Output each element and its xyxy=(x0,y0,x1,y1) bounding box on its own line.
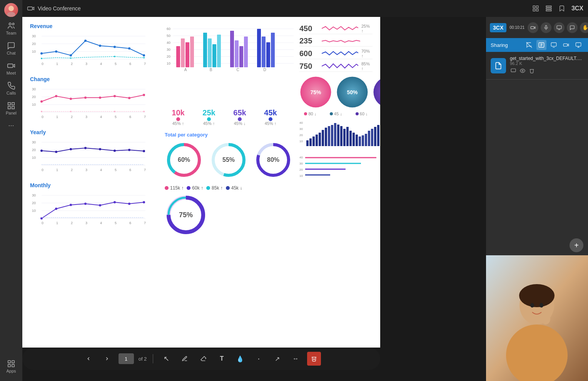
pct-450: 25% ↑ xyxy=(361,24,373,33)
team-icon xyxy=(7,22,15,30)
panel-label: Panel xyxy=(6,111,17,115)
page-input[interactable] xyxy=(119,353,134,364)
monthly-stat-115k: 115k ↑ xyxy=(165,185,184,191)
svg-point-3 xyxy=(12,23,14,25)
text-tool-button[interactable]: T xyxy=(215,352,229,366)
hand-button[interactable]: ✋ xyxy=(580,22,588,33)
sidebar-item-apps[interactable]: Apps xyxy=(0,356,22,376)
svg-text:30: 30 xyxy=(32,140,36,144)
doc-share-button[interactable] xyxy=(536,40,546,50)
svg-point-97 xyxy=(143,150,145,152)
yearly-title: Yearly xyxy=(30,129,161,135)
file-delete-action[interactable] xyxy=(528,67,535,75)
revenue-section: Revenue 30 20 10 0 1 2 xyxy=(30,23,161,68)
big-circle-50-label: 50% xyxy=(347,89,357,95)
brand-3cx: 3CX xyxy=(571,5,583,12)
horizontal-lines: 40 30 20 10 xyxy=(299,154,380,177)
select-tool-button[interactable]: ↖ xyxy=(159,352,173,366)
whiteboard-button[interactable] xyxy=(573,40,583,50)
file-view-action[interactable] xyxy=(519,67,526,75)
prev-page-button[interactable] xyxy=(82,352,95,366)
svg-point-115 xyxy=(70,204,72,206)
svg-point-0 xyxy=(8,6,14,11)
svg-point-69 xyxy=(128,97,130,99)
svg-rect-135 xyxy=(185,42,189,67)
svg-rect-184 xyxy=(349,131,352,146)
sidebar-item-team[interactable]: Team xyxy=(0,18,22,38)
sidebar-item-panel[interactable]: Panel xyxy=(0,98,22,118)
avatar[interactable] xyxy=(4,3,18,17)
document-view: Revenue 30 20 10 0 1 2 xyxy=(22,17,380,348)
wave-750 xyxy=(322,62,358,70)
meet-icon xyxy=(7,62,15,70)
svg-rect-14 xyxy=(533,6,535,8)
camera-button[interactable] xyxy=(528,22,538,33)
change-section: Change 30 20 10 0 1 2 3 4 5 xyxy=(30,76,161,121)
panel-header: 3CX 00:10:21 ✋ xyxy=(486,17,588,38)
revenue-title: Revenue xyxy=(30,23,161,29)
eraser-tool-button[interactable] xyxy=(196,352,210,366)
next-page-button[interactable] xyxy=(100,352,114,366)
sharing-label: Sharing xyxy=(491,42,508,48)
svg-text:30: 30 xyxy=(167,48,170,52)
sidebar-item-meet[interactable]: Meet xyxy=(0,58,22,78)
svg-text:7: 7 xyxy=(144,62,146,66)
svg-text:10: 10 xyxy=(32,156,36,160)
svg-rect-179 xyxy=(334,123,336,146)
pen-tool-button[interactable] xyxy=(178,352,192,366)
file-share-action[interactable] xyxy=(510,67,517,75)
screenshare-button[interactable] xyxy=(554,22,565,33)
svg-point-47 xyxy=(143,57,145,58)
svg-rect-178 xyxy=(331,125,333,146)
svg-point-74 xyxy=(143,111,145,112)
delete-tool-button[interactable] xyxy=(307,352,321,366)
sidebar-item-chat[interactable]: Chat xyxy=(0,38,22,58)
donut-60-label: 60% xyxy=(178,156,190,163)
svg-rect-13 xyxy=(28,7,33,10)
chat-button[interactable] xyxy=(567,22,578,33)
sharing-icons xyxy=(524,40,583,50)
resize-tool-button[interactable]: ↔ xyxy=(289,352,302,366)
svg-point-64 xyxy=(55,95,57,97)
panel-controls: ✋ 4 xyxy=(528,22,588,33)
file-actions xyxy=(510,67,583,75)
add-participant-button[interactable]: + xyxy=(570,238,583,252)
dropper-tool-button[interactable]: 💧 xyxy=(233,352,247,366)
page-of: of 2 xyxy=(139,356,147,362)
mini-bar-chart: 40 30 20 10 xyxy=(299,119,380,150)
svg-text:50: 50 xyxy=(167,34,170,38)
no-share-button[interactable] xyxy=(524,40,534,50)
svg-rect-220 xyxy=(576,43,581,46)
apps-icon xyxy=(7,359,15,368)
svg-rect-193 xyxy=(377,125,379,146)
grid-icon[interactable] xyxy=(532,5,539,12)
svg-text:30: 30 xyxy=(32,193,36,197)
dot-tool-button[interactable]: · xyxy=(252,352,266,366)
sidebar-item-more[interactable]: ··· xyxy=(0,118,22,133)
video-share-button[interactable] xyxy=(561,40,571,50)
sharing-bar: Sharing xyxy=(486,38,588,52)
monthly-title: Monthly xyxy=(30,182,161,188)
svg-rect-149 xyxy=(262,37,266,67)
sidebar-item-calls[interactable]: Calls xyxy=(0,78,22,98)
svg-point-94 xyxy=(99,148,101,150)
view-icon[interactable] xyxy=(545,5,552,12)
svg-rect-7 xyxy=(8,106,10,109)
arrow-tool-button[interactable]: ↗ xyxy=(270,352,284,366)
svg-text:2: 2 xyxy=(71,168,73,172)
mic-button[interactable] xyxy=(541,22,551,33)
svg-point-227 xyxy=(530,303,534,308)
panel-icon xyxy=(7,101,15,110)
more-icon: ··· xyxy=(8,121,14,130)
pct-750: 85% ↑ xyxy=(361,62,373,71)
svg-rect-172 xyxy=(312,136,315,146)
bar-charts: 60 50 40 30 20 10 xyxy=(165,23,296,104)
stat-10k: 10k xyxy=(165,108,192,117)
svg-rect-177 xyxy=(328,126,330,146)
svg-rect-209 xyxy=(545,25,547,28)
screen-share-button[interactable] xyxy=(549,40,559,50)
bookmark-icon[interactable] xyxy=(558,5,565,12)
svg-rect-10 xyxy=(12,361,14,363)
svg-text:10: 10 xyxy=(299,174,303,177)
meet-label: Meet xyxy=(7,71,16,75)
